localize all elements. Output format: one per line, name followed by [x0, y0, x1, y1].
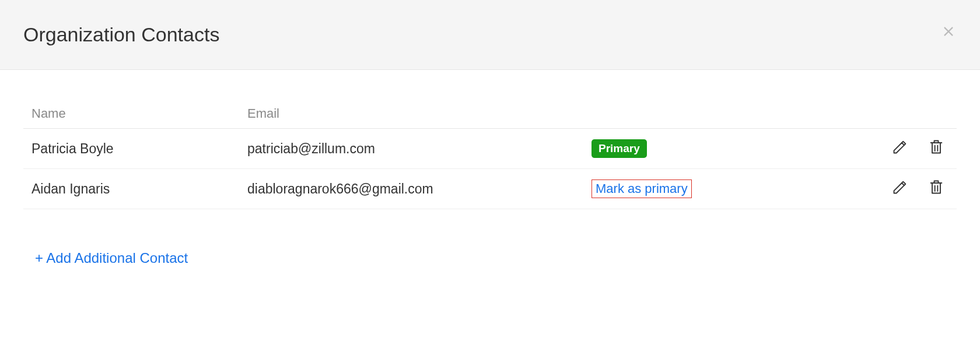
column-name-header: Name — [32, 106, 247, 121]
delete-button[interactable] — [928, 140, 945, 157]
table-header: Name Email — [23, 99, 957, 129]
pencil-icon — [892, 139, 908, 159]
trash-icon — [928, 179, 944, 199]
close-icon — [942, 25, 955, 40]
primary-badge: Primary — [592, 139, 647, 158]
edit-button[interactable] — [891, 180, 909, 198]
contact-email: diabloragnarok666@gmail.com — [247, 181, 592, 197]
delete-button[interactable] — [928, 180, 945, 198]
content-area: Name Email Patricia Boyle patriciab@zill… — [0, 70, 980, 266]
page-title: Organization Contacts — [23, 23, 957, 46]
add-contact-link[interactable]: + Add Additional Contact — [35, 250, 188, 266]
table-row: Patricia Boyle patriciab@zillum.com Prim… — [23, 129, 957, 169]
column-email-header: Email — [247, 106, 592, 121]
edit-button[interactable] — [891, 140, 909, 157]
mark-as-primary-link[interactable]: Mark as primary — [592, 179, 692, 198]
pencil-icon — [892, 179, 908, 199]
contact-name: Patricia Boyle — [32, 141, 247, 157]
modal-header: Organization Contacts — [0, 0, 980, 70]
trash-icon — [928, 139, 944, 159]
close-button[interactable] — [940, 24, 957, 41]
contacts-table: Name Email Patricia Boyle patriciab@zill… — [23, 99, 957, 209]
contact-email: patriciab@zillum.com — [247, 141, 592, 157]
table-row: Aidan Ignaris diabloragnarok666@gmail.co… — [23, 169, 957, 209]
contact-name: Aidan Ignaris — [32, 181, 247, 197]
